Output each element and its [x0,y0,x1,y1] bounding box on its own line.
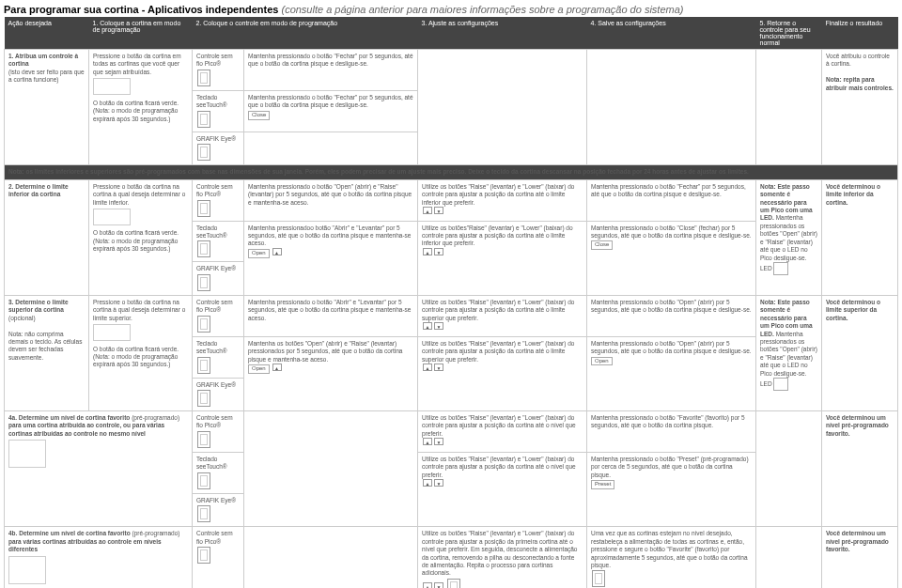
row2-dev-pico: Controle sem fio Pico® [193,179,244,221]
row2-dev-see: Teclado seeTouch® [193,221,244,262]
row-4b-a: 4b. Determine um nível de cortina favori… [5,527,898,588]
raise-lower-icon: ▲▼ [422,322,444,331]
row1-col2b-see: Mantenha pressionado o botão "Fechar" po… [244,90,418,132]
row2-note-body: Mantenha pressionados os botões "Open" (… [760,214,817,260]
preset-button-label: Preset [591,480,614,489]
th-2: 2. Coloque o controle em modo de program… [193,17,418,50]
header-row: Ação desejada 1. Coloque a cortina em mo… [5,17,898,50]
led-icon [773,378,788,391]
row2-col1-b: O botão da cortina ficará verde. [93,229,179,236]
remote-icon [197,200,210,217]
row4b-dev-pico: Controle sem fio Pico® [193,527,244,588]
row1-col2b-pico: Mantenha pressionado o botão "Fechar" po… [244,50,418,91]
row3-title: 3. Determine o limite superior da cortin… [8,299,69,313]
row3-pico-text: Mantenha pressionado o botão "Abrir" e "… [248,299,411,321]
th-5: 5. Retorne o controle para seu funcionam… [756,17,822,50]
row1-col2b-grafik [244,132,418,164]
row3-col3-text: Utilize os botões "Raise" (levantar) e "… [422,299,574,321]
row3-opt: (opcional) [8,315,36,321]
row4a-dev-grafik: GRAFIK Eye® [193,493,244,526]
remote-icon [197,316,210,333]
row2-col3-text: Utilize os botões "Raise" (levantar) e "… [422,183,574,206]
raise-lower-icon: ▲▼ [422,248,444,256]
row2-col3b-text: Utilize os botões"Raise" (levantar) e "L… [422,224,573,247]
row2-result: Você determinou o limite inferior da cor… [822,179,898,295]
row1-col4-empty [587,50,756,165]
row2-col1-c: (Nota: o modo de programação expirará ap… [93,238,178,252]
row3-col4-see-text: Mantenha pressionado o botão "Open" (abr… [591,340,752,354]
th-3: 3. Ajuste as configurações [418,17,587,50]
grafik-icon [197,144,210,161]
close-button-label: Close [591,240,613,250]
pico-label: Controle sem fio Pico® [196,414,233,428]
raise-icon: ▲ [272,364,283,372]
row3-dev-pico: Controle sem fio Pico® [193,295,244,336]
raise-lower-icon: ▲▼ [422,207,444,215]
row1-col1: Pressione o botão da cortina em todas as… [89,50,193,165]
row2-result-text: Você determinou o limite inferior da cor… [826,183,880,206]
row4a-col2b-empty [244,411,418,527]
row3-result-text: Você determinou o limite superior da cor… [826,299,880,321]
row2-col3-pico: Utilize os botões "Raise" (levantar) e "… [418,179,587,221]
row2-pico-text: Mantenha pressionado o botão "Open" (abr… [248,183,412,206]
row3-dev-see: Teclado seeTouch® [193,336,244,378]
led-label: LED [760,265,772,271]
row4a-col5-empty [756,411,822,527]
row3-note: Nota: não comprima demais o tecido. As c… [8,331,82,361]
row1-col1-b: O botão da cortina ficará verde. [93,100,179,106]
row3-col4-pico: Mantenha pressionado o botão "Open" (abr… [587,295,756,336]
row-4a-a: 4a. Determine um nível de cortina favori… [5,411,898,453]
seetouch-label: Teclado seeTouch® [196,224,227,239]
row4b-col5-empty [756,527,822,588]
grafik-icon [197,505,210,522]
row2-col2b-see: Mantenha pressionadoo botão "Abrir" e "L… [244,221,418,295]
row-1-a: 1. Atribua um controle à cortina (isto d… [5,50,898,91]
row4b-col4-pico: Uma vez que as cortinas estejam no nível… [587,527,756,588]
shade-group-icon [8,556,46,584]
row1-col3-empty [418,50,587,165]
row3-col1-b: O botão da cortina ficará verde. [93,346,179,352]
pico-label: Controle sem fio Pico® [196,299,233,313]
close-button-label: Close [248,111,270,120]
row2-title: 2. Determine o limite inferior da cortin… [8,183,69,197]
row4a-col4-pico: Mantenha pressionado o botão "Favorite" … [587,411,756,453]
led-label: LED [760,380,772,387]
title-sub: (consulte a página anterior para maiores… [281,4,683,15]
keypad-icon [197,357,210,374]
shade-illustration-icon [93,78,131,95]
led-icon [773,262,788,275]
th-action: Ação desejada [5,17,89,50]
open-button-label: Open [248,249,270,258]
row4a-dev-pico: Controle sem fio Pico® [193,411,244,453]
seetouch-label: Teclado seeTouch® [196,94,227,108]
row3-col3b-text: Utilize os botões "Raise" (levantar) e "… [422,340,574,363]
battery-icon [447,579,460,588]
row4a-result: Você determinou um nível pré-programado … [822,411,898,527]
grafik-label: GRAFIK Eye® [196,265,236,271]
shade-illustration-icon [93,209,131,225]
row4a-note: para uma cortina atribuída ao controle, … [8,422,164,436]
row2-col4-pico: Mantenha pressionado o botão "Fechar" po… [587,179,756,221]
seetouch-label: Teclado seeTouch® [196,456,227,470]
row3-see-text: Mantenha os botões "Open" (abrir) e "Rai… [248,340,402,363]
row2-col4-pico-text: Mantenha pressionado o botão "Fechar" po… [591,183,746,197]
grafik-icon [197,390,210,407]
row4a-col3-text: Utilize os botões "Raise" (levantar) e "… [422,414,576,437]
row1-dev-pico: Controle sem fio Pico® [193,50,244,91]
pico-label: Controle sem fio Pico® [196,183,233,197]
row1-result-a: Você atribuiu o controle à cortina. [826,53,890,67]
row2-col1: Pressione o botão da cortina na cortina … [89,179,193,295]
row4a-col3-pico: Utilize os botões "Raise" (levantar) e "… [418,411,587,453]
row3-col3-pico: Utilize os botões "Raise" (levantar) e "… [418,295,587,336]
row1-result-b: Nota: repita para atribuir mais controle… [826,76,894,90]
remote-icon [197,70,210,86]
row3-col1-c: (Nota: o modo de programação expirará ap… [93,353,178,367]
raise-lower-icon: ▲▼ [422,364,444,372]
th-4: 4. Salve as configurações [587,17,756,50]
grafik-label: GRAFIK Eye® [196,135,236,142]
th-1: 1. Coloque a cortina em modo de programa… [89,17,193,50]
grafik-label: GRAFIK Eye® [196,497,236,503]
shade-illustration-icon [93,324,131,341]
row3-col1: Pressione o botão da cortina na cortina … [89,295,193,410]
row4a-col4-see-text: Mantenha pressionado o botão "Preset" (p… [591,456,749,478]
